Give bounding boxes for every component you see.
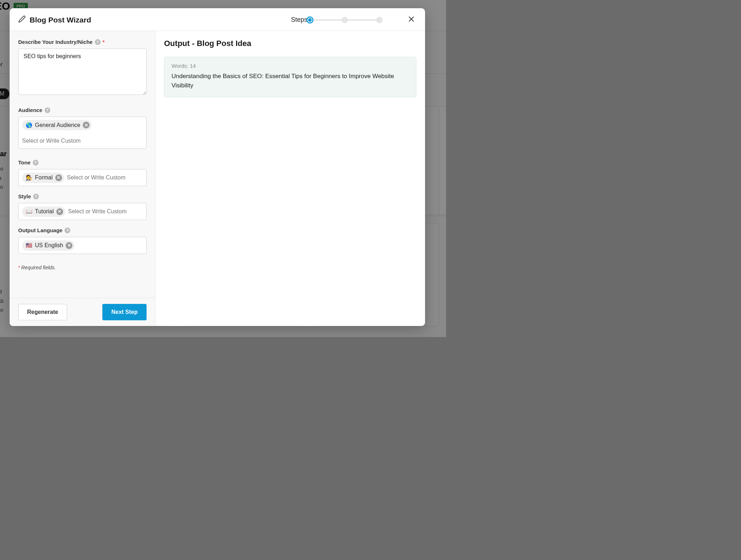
style-chip: 📖 Tutorial ✕	[22, 207, 65, 217]
help-icon[interactable]: ?	[33, 160, 39, 166]
style-text-input[interactable]	[68, 208, 143, 215]
steps-label: Steps	[291, 16, 307, 24]
us-flag-icon: 🇺🇸	[26, 242, 32, 249]
close-icon	[408, 18, 415, 24]
audience-label: Audience	[18, 107, 42, 113]
required-star: *	[103, 39, 104, 45]
step-3-dot[interactable]	[376, 17, 383, 23]
chip-label: Tutorial	[35, 208, 54, 215]
help-icon[interactable]: ?	[33, 194, 39, 199]
tone-label: Tone	[18, 159, 31, 166]
book-icon: 📖	[26, 208, 32, 215]
form-footer: Regenerate Next Step	[10, 298, 155, 326]
tone-chip: 🧑‍⚖️ Formal ✕	[22, 173, 64, 183]
chip-label: General Audience	[35, 122, 80, 128]
style-input[interactable]: 📖 Tutorial ✕	[18, 203, 147, 220]
remove-chip-button[interactable]: ✕	[83, 122, 90, 128]
judge-icon: 🧑‍⚖️	[26, 174, 32, 181]
audience-chip: 🌎 General Audience ✕	[22, 120, 92, 130]
output-language-label: Output Language	[18, 227, 62, 233]
blog-post-wizard-modal: Blog Post Wizard Steps	[10, 8, 425, 326]
tone-input[interactable]: 🧑‍⚖️ Formal ✕	[18, 169, 147, 186]
bg-text-itor: itor	[0, 61, 2, 68]
output-heading: Output - Blog Post Idea	[164, 39, 417, 48]
bg-chip-m: M	[0, 88, 9, 99]
word-count: Words: 14	[172, 63, 409, 69]
modal-header: Blog Post Wizard Steps	[10, 8, 425, 31]
regenerate-button[interactable]: Regenerate	[18, 304, 67, 320]
bg-text-zar: zar	[0, 150, 7, 158]
audience-text-input[interactable]	[22, 136, 143, 146]
tone-text-input[interactable]	[67, 174, 143, 181]
remove-chip-button[interactable]: ✕	[55, 174, 62, 181]
step-1-dot[interactable]	[306, 16, 313, 24]
globe-icon: 🌎	[26, 122, 32, 128]
chip-label: Formal	[35, 174, 53, 181]
pencil-icon	[18, 15, 26, 24]
required-fields-note: *Required fields.	[18, 265, 147, 270]
step-connector	[313, 19, 342, 21]
next-step-button[interactable]: Next Step	[102, 304, 147, 320]
modal-title: Blog Post Wizard	[30, 16, 91, 24]
form-panel: Describe Your Industry/Niche ? * Audienc…	[10, 31, 155, 326]
industry-label: Describe Your Industry/Niche	[18, 39, 93, 45]
language-input[interactable]: 🇺🇸 US English ✕	[18, 237, 147, 254]
bg-card-right	[439, 106, 446, 215]
chip-label: US English	[35, 242, 63, 249]
industry-textarea[interactable]	[18, 49, 147, 95]
output-card[interactable]: Words: 14 Understanding the Basics of SE…	[164, 57, 417, 97]
help-icon[interactable]: ?	[45, 107, 50, 113]
help-icon[interactable]: ?	[65, 228, 70, 233]
close-button[interactable]	[406, 14, 417, 26]
bg-seo-logo: SEO	[0, 0, 10, 12]
steps-indicator: Steps	[291, 16, 383, 24]
step-2-dot[interactable]	[342, 17, 348, 23]
audience-input[interactable]: 🌎 General Audience ✕	[18, 117, 147, 149]
language-chip: 🇺🇸 US English ✕	[22, 240, 75, 251]
style-label: Style	[18, 193, 31, 199]
help-icon[interactable]: ?	[95, 39, 101, 45]
remove-chip-button[interactable]: ✕	[56, 208, 63, 215]
step-connector	[348, 19, 376, 21]
remove-chip-button[interactable]: ✕	[66, 242, 72, 249]
output-panel: Output - Blog Post Idea Words: 14 Unders…	[155, 31, 425, 326]
output-text: Understanding the Basics of SEO: Essenti…	[172, 72, 409, 90]
